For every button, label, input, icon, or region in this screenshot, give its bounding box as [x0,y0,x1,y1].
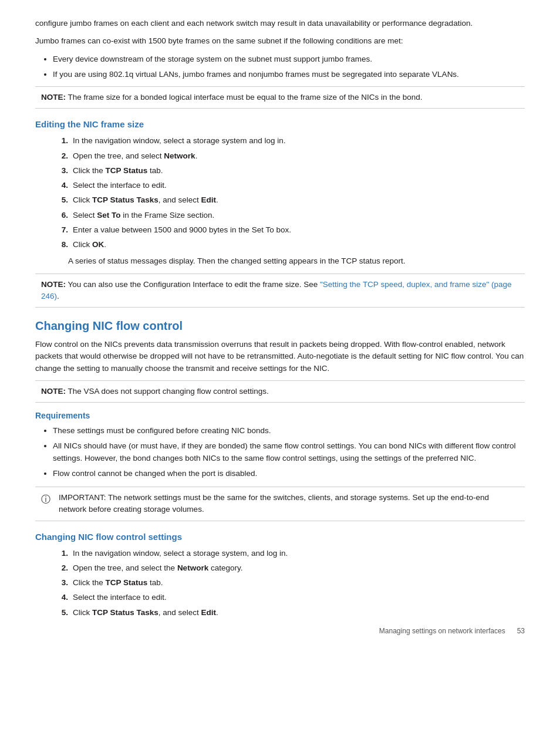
page-number: 53 [517,627,525,635]
req-bullet-3: Flow control cannot be changed when the … [53,468,525,480]
after-steps-text: A series of status messages display. The… [68,255,525,267]
req-bullet-2: All NICs should have (or must have, if t… [53,440,525,464]
flow-control-para: Flow control on the NICs prevents data t… [35,339,525,374]
editing-steps-list: 1. In the navigation window, select a st… [52,135,525,251]
changing-nic-settings-heading: Changing NIC flow control settings [35,532,525,542]
footer-text: Managing settings on network interfaces [379,627,505,635]
requirements-heading: Requirements [35,411,525,420]
step-8: 8. Click OK. [52,239,525,251]
step-2: 2. Open the tree, and select Network. [52,150,525,162]
requirements-bullets: These settings must be configured before… [53,425,525,480]
change-step-5: 5. Click TCP Status Tasks, and select Ed… [52,607,525,619]
page-container: configure jumbo frames on each client an… [0,0,560,647]
note-vsa: NOTE: The VSA does not support changing … [35,380,525,403]
note-text-1: The frame size for a bonded logical inte… [68,93,423,102]
note-config-interface: NOTE: You can also use the Configuration… [35,274,525,308]
changing-steps-list: 1. In the navigation window, select a st… [52,548,525,619]
changing-steps: 1. In the navigation window, select a st… [52,548,525,619]
changing-nic-heading: Changing NIC flow control [35,319,525,333]
change-step-3: 3. Click the TCP Status tab. [52,577,525,589]
step-5: 5. Click TCP Status Tasks, and select Ed… [52,194,525,206]
bullet-1: Every device downstream of the storage s… [53,53,525,65]
change-step-2: 2. Open the tree, and select the Network… [52,562,525,574]
note-label-1: NOTE: [41,93,66,102]
note-label-3: NOTE: [41,387,66,396]
step-1: 1. In the navigation window, select a st… [52,135,525,147]
page-footer: Managing settings on network interfaces … [379,627,525,635]
note-label-2: NOTE: [41,280,66,289]
step-7: 7. Enter a value between 1500 and 9000 b… [52,224,525,236]
intro-bullets: Every device downstream of the storage s… [53,53,525,81]
bullet-2: If you are using 802.1q virtual LANs, ju… [53,69,525,80]
change-step-1: 1. In the navigation window, select a st… [52,548,525,559]
req-bullet-1: These settings must be configured before… [53,425,525,437]
note-bonded-interface: NOTE: The frame size for a bonded logica… [35,86,525,109]
editing-steps: 1. In the navigation window, select a st… [52,135,525,267]
step-3: 3. Click the TCP Status tab. [52,165,525,177]
change-step-4: 4. Select the interface to edit. [52,592,525,603]
important-icon: ⓘ [41,492,53,507]
step-6: 6. Select Set To in the Frame Size secti… [52,210,525,221]
intro-para1: configure jumbo frames on each client an… [35,18,525,29]
editing-nic-heading: Editing the NIC frame size [35,119,525,129]
important-box: ⓘ IMPORTANT: The network settings must b… [35,487,525,521]
step-4: 4. Select the interface to edit. [52,180,525,191]
intro-para2: Jumbo frames can co-exist with 1500 byte… [35,35,525,47]
important-label: IMPORTANT: [59,493,106,502]
